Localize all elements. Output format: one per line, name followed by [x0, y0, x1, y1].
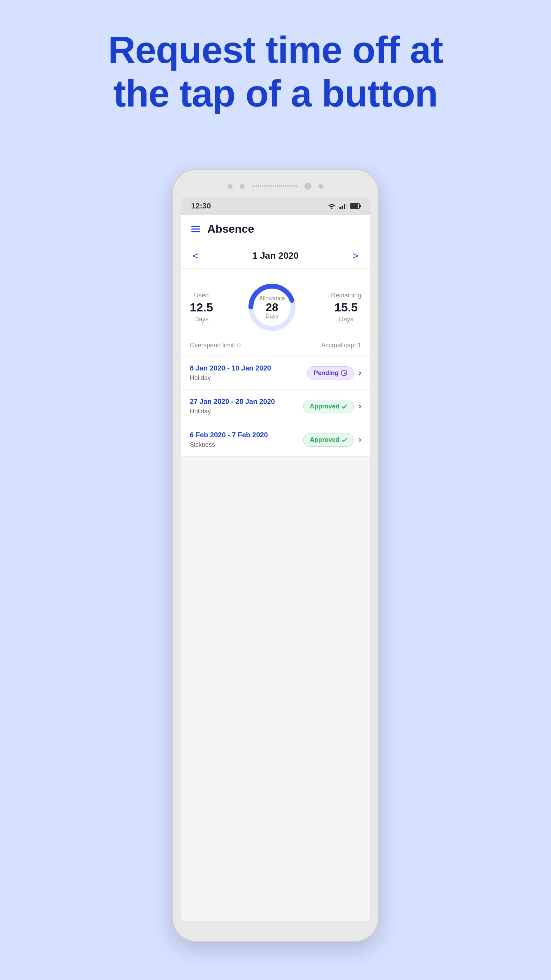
chevron-right-2: › [359, 402, 361, 411]
svg-rect-3 [344, 204, 345, 209]
phone-dot-1 [228, 184, 233, 189]
absence-info-2: 27 Jan 2020 - 28 Jan 2020 Holiday [190, 398, 275, 415]
svg-rect-1 [340, 207, 341, 209]
absence-right-2: Approved › [303, 400, 361, 414]
allowance-donut: Allowance 28 Days [244, 279, 300, 335]
absence-item-3[interactable]: 6 Feb 2020 - 7 Feb 2020 Sickness Approve… [181, 423, 370, 457]
absence-right-1: Pending › [307, 366, 361, 380]
absence-list: 8 Jan 2020 - 10 Jan 2020 Holiday Pending… [181, 356, 370, 457]
pending-label: Pending [314, 369, 339, 377]
absence-item-2[interactable]: 27 Jan 2020 - 28 Jan 2020 Holiday Approv… [181, 390, 370, 423]
phone-dot-3 [318, 184, 323, 189]
accrual-cap: Accrual cap: 1 [321, 342, 361, 349]
used-value: 12.5 [190, 301, 213, 314]
stats-row: Used 12.5 Days A [190, 279, 361, 335]
absence-item-1[interactable]: 8 Jan 2020 - 10 Jan 2020 Holiday Pending… [181, 356, 370, 390]
absence-info-3: 6 Feb 2020 - 7 Feb 2020 Sickness [190, 431, 268, 449]
limits-row: Overspend limit: 0 Accrual cap: 1 [190, 342, 361, 349]
signal-icon [340, 203, 347, 209]
status-badge-pending: Pending [307, 366, 354, 380]
svg-line-9 [344, 373, 345, 374]
status-bar: 12:30 [181, 197, 370, 215]
status-time: 12:30 [191, 201, 211, 210]
svg-rect-4 [346, 203, 347, 209]
remaining-unit: Days [339, 316, 353, 323]
wifi-icon [327, 202, 337, 210]
battery-icon [350, 203, 360, 209]
approved-label-2: Approved [310, 436, 340, 444]
overspend-limit: Overspend limit: 0 [190, 342, 241, 349]
allowance-value: 28 [259, 302, 285, 313]
current-date: 1 Jan 2020 [252, 250, 299, 261]
phone-dot-2 [240, 184, 245, 189]
stats-section: Used 12.5 Days A [181, 269, 370, 356]
absence-right-3: Approved › [303, 433, 361, 447]
clock-icon [341, 370, 347, 376]
absence-type-1: Holiday [190, 374, 271, 382]
approved-label-1: Approved [310, 403, 340, 410]
app-header: Absence [181, 215, 370, 243]
prev-date-button[interactable]: < [190, 247, 201, 264]
used-unit: Days [194, 316, 209, 323]
status-badge-approved-2: Approved [303, 433, 354, 447]
app-title: Absence [207, 223, 254, 235]
phone-screen: 12:30 [181, 197, 370, 921]
allowance-unit: Days [259, 313, 285, 319]
chevron-right-3: › [359, 435, 361, 444]
svg-rect-2 [341, 206, 343, 209]
svg-point-0 [331, 208, 332, 209]
absence-type-2: Holiday [190, 408, 275, 415]
next-date-button[interactable]: > [350, 247, 361, 264]
absence-type-3: Sickness [190, 441, 268, 449]
hamburger-icon[interactable] [191, 226, 200, 232]
absence-dates-1: 8 Jan 2020 - 10 Jan 2020 [190, 364, 271, 372]
used-stat: Used 12.5 Days [190, 292, 213, 323]
phone-mockup: 12:30 [172, 169, 379, 942]
headline-section: Request time off at the tap of a button [0, 28, 551, 115]
status-icons [327, 202, 360, 210]
date-navigation: < 1 Jan 2020 > [181, 243, 370, 269]
absence-dates-2: 27 Jan 2020 - 28 Jan 2020 [190, 398, 275, 406]
donut-center: Allowance 28 Days [259, 295, 285, 319]
phone-speaker [252, 185, 297, 187]
used-label: Used [194, 292, 209, 299]
check-icon-1 [341, 404, 347, 409]
status-badge-approved-1: Approved [303, 400, 354, 414]
phone-camera [304, 183, 311, 190]
absence-info-1: 8 Jan 2020 - 10 Jan 2020 Holiday [190, 364, 271, 382]
remaining-label: Remaining [331, 292, 361, 299]
check-icon-2 [341, 437, 347, 442]
remaining-stat: Remaining 15.5 Days [331, 292, 361, 323]
headline-text: Request time off at the tap of a button [35, 28, 516, 115]
chevron-right-1: › [359, 368, 361, 377]
absence-dates-3: 6 Feb 2020 - 7 Feb 2020 [190, 431, 268, 439]
remaining-value: 15.5 [335, 301, 358, 314]
phone-side-button [379, 309, 382, 331]
phone-top-bar [172, 169, 379, 197]
